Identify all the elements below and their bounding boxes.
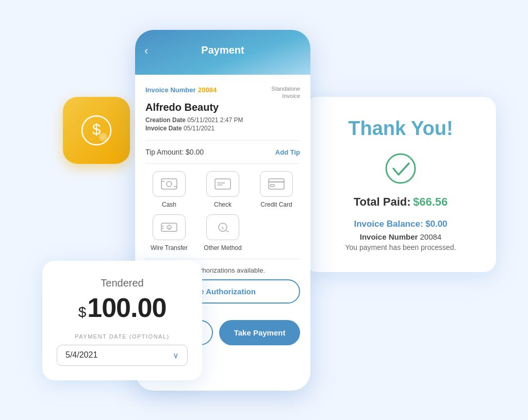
svg-point-4	[386, 154, 415, 183]
divider-1	[145, 140, 300, 141]
app-icon: $ ···	[63, 97, 130, 164]
tendered-card: Tendered $ 100.00 PAYMENT DATE (OPTIONAL…	[42, 261, 202, 380]
invoice-header: Invoice Number 20084 Standalone Invoice …	[145, 85, 300, 132]
invoice-number-label: Invoice Number	[360, 232, 418, 241]
thank-you-title: Thank You!	[324, 117, 477, 140]
inv-number-label: Invoice Number	[145, 86, 196, 94]
invoice-balance-label: Invoice Balance:	[354, 219, 423, 229]
tip-label: Tip Amount: $0.00	[145, 148, 204, 156]
payment-method-credit-card[interactable]: Credit Card	[253, 171, 300, 208]
svg-rect-12	[269, 179, 284, 189]
invoice-number-line: Invoice Number 20084 Standalone Invoice	[145, 85, 300, 100]
tip-row: Tip Amount: $0.00 Add Tip	[145, 148, 300, 156]
svg-rect-14	[270, 184, 274, 187]
payment-methods-grid: Cash Check	[145, 171, 300, 251]
standalone-badge: Standalone Invoice	[271, 85, 300, 100]
wire-transfer-icon-box: $	[153, 214, 186, 240]
payment-method-cash[interactable]: Cash	[145, 171, 193, 208]
svg-text:$: $	[168, 226, 170, 230]
cash-icon-box	[153, 171, 186, 197]
phone-title: Payment	[145, 44, 300, 56]
credit-card-label: Credit Card	[260, 201, 292, 208]
svg-rect-5	[161, 179, 177, 189]
credit-card-icon-box	[260, 171, 293, 197]
take-payment-button[interactable]: Take Payment	[219, 320, 300, 345]
svg-text:···: ···	[101, 135, 105, 140]
svg-point-6	[167, 181, 172, 187]
tendered-label: Tendered	[57, 277, 188, 289]
other-method-label: Other Method	[204, 244, 241, 251]
thank-you-card: Thank You! Total Paid: $66.56 Invoice Ba…	[305, 97, 496, 272]
payment-method-check[interactable]: Check	[199, 171, 246, 208]
divider-2	[145, 163, 300, 164]
svg-rect-9	[215, 179, 230, 189]
other-method-icon-box: $	[206, 214, 239, 240]
invoice-number-section: Invoice Number 20084	[145, 85, 217, 94]
svg-text:$: $	[222, 226, 224, 230]
dollar-sign: $	[78, 304, 87, 321]
date-value: 5/4/2021	[65, 350, 97, 360]
total-paid-value: $66.56	[413, 195, 448, 208]
invoice-number-row: Invoice Number 20084	[324, 232, 477, 241]
chevron-down-icon: ∨	[173, 350, 179, 360]
total-paid-label: Total Paid:	[354, 195, 411, 208]
add-tip-button[interactable]: Add Tip	[275, 148, 300, 156]
creation-date-row: Creation Date 05/11/2021 2:47 PM	[145, 116, 300, 124]
check-circle-icon	[384, 152, 417, 185]
business-name: Alfredo Beauty	[145, 102, 300, 113]
invoice-date-row: Invoice Date 05/11/2021	[145, 125, 300, 132]
divider-3	[145, 259, 300, 259]
tendered-amount: $ 100.00	[57, 292, 188, 323]
inv-number-value: 20084	[198, 86, 217, 94]
check-icon-box	[206, 171, 239, 197]
back-button[interactable]: ‹	[144, 44, 148, 58]
invoice-number-value: 20084	[420, 232, 441, 241]
wire-transfer-label: Wire Transfer	[151, 244, 188, 251]
total-paid-row: Total Paid: $66.56	[324, 195, 477, 209]
payment-method-other[interactable]: $ Other Method	[199, 214, 246, 251]
processed-text: You payment has been processed.	[324, 243, 477, 251]
date-dropdown[interactable]: 5/4/2021 ∨	[57, 345, 188, 366]
main-scene: $ ··· Thank You! Total Paid: $66.56 Invo…	[32, 25, 496, 396]
payment-date-label: PAYMENT DATE (OPTIONAL)	[57, 333, 188, 340]
cash-label: Cash	[162, 201, 176, 208]
invoice-balance-row: Invoice Balance: $0.00	[324, 219, 477, 229]
check-label: Check	[214, 201, 232, 208]
payment-method-wire-transfer[interactable]: $ Wire Transfer	[145, 214, 193, 251]
phone-header: ‹ Payment	[135, 30, 310, 75]
invoice-balance-value: $0.00	[425, 219, 448, 229]
tendered-number: 100.00	[87, 292, 166, 323]
